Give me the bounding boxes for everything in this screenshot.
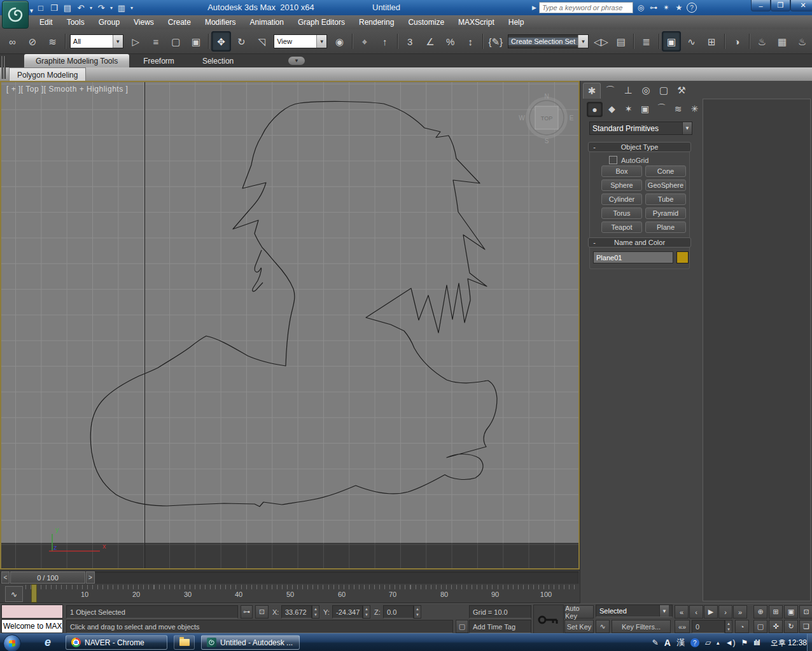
auto-key-button[interactable]: Auto Key (564, 605, 594, 619)
project-folder-button[interactable]: ▥ (116, 2, 127, 13)
ribbon-tab[interactable]: Selection (188, 54, 248, 67)
mirror-icon[interactable]: ◁▷ ▼ (591, 31, 611, 52)
view-cube[interactable]: TOP N E S W (517, 90, 578, 148)
previous-frame-button[interactable]: ‹ (689, 605, 703, 619)
help-tray-icon[interactable]: ? (690, 638, 699, 647)
x-spinner[interactable]: ▲▼ (312, 605, 319, 619)
x-coordinate-field[interactable]: 33.672 (281, 605, 312, 619)
current-frame-marker[interactable] (31, 584, 37, 603)
network-signal-icon[interactable]: ılıl (753, 638, 759, 647)
use-pivot-point-icon[interactable]: ◉ ▼ (330, 31, 349, 52)
application-button[interactable] (2, 1, 29, 29)
spline-drawing[interactable] (1, 82, 578, 568)
menu-item[interactable]: MAXScript (452, 17, 501, 28)
search-binoculars-icon[interactable]: ◎ (636, 3, 646, 12)
selection-set-dropdown[interactable]: Selected ▼ (596, 605, 673, 617)
next-frame-arrow[interactable]: > (86, 571, 95, 584)
menu-item[interactable]: Rendering (353, 17, 400, 28)
dropdown-arrow-icon[interactable]: ▼ (316, 35, 326, 48)
ribbon-grip[interactable] (4, 56, 6, 79)
menu-item[interactable]: Create (162, 17, 197, 28)
default-in-out-tangents-button[interactable]: ∿ (596, 620, 610, 633)
toolbar-separator[interactable]: ▼ (722, 32, 727, 51)
go-to-start-button[interactable]: « (675, 605, 689, 619)
toolbar-separator[interactable]: ▼ (350, 32, 354, 51)
select-and-move-icon[interactable]: ✥ ▼ (211, 31, 231, 52)
selection-lock-toggle[interactable]: ⊶ (241, 605, 253, 619)
modify-tab[interactable]: ⌒ (602, 83, 619, 98)
menu-item[interactable]: Edit (33, 17, 59, 28)
polygon-modeling-panel-tab[interactable]: Polygon Modeling (9, 67, 86, 81)
ribbon-tab[interactable]: Graphite Modeling Tools (24, 54, 129, 67)
material-editor-icon[interactable]: ◑ ▼ (727, 31, 747, 52)
go-to-end-button[interactable]: » (733, 605, 747, 619)
maximize-viewport-button[interactable]: ❏ (799, 620, 812, 633)
zoom-button[interactable]: ⊕ (753, 605, 767, 619)
menu-item[interactable]: Animation (244, 17, 290, 28)
display-tab[interactable]: ▢ (655, 83, 672, 98)
edit-named-selection-sets-icon[interactable]: {✎} ▼ (486, 31, 505, 52)
ime-english-icon[interactable]: A (664, 638, 671, 648)
z-coordinate-field[interactable]: 0.0 (383, 605, 414, 619)
show-hidden-icons-arrow[interactable]: ▴ (717, 640, 720, 646)
toolbar-separator[interactable]: ▼ (481, 32, 486, 51)
menu-item[interactable]: Modifiers (199, 17, 242, 28)
ime-hanja-icon[interactable]: 漢 (676, 637, 685, 648)
previous-frame-arrow[interactable]: < (1, 571, 10, 584)
name-color-rollout-header[interactable]: - Name and Color (588, 237, 691, 248)
frame-spinner[interactable]: ▲▼ (725, 620, 732, 633)
dropdown-arrow-icon[interactable]: ▼ (682, 122, 692, 134)
toolbar-separator[interactable]: ▼ (63, 32, 67, 51)
menu-item[interactable]: Tools (60, 17, 91, 28)
menu-item[interactable]: Help (502, 17, 531, 28)
create-tab[interactable]: ✱ (583, 83, 601, 99)
redo-button[interactable]: ↷ (95, 2, 107, 13)
subscription-key-icon[interactable]: ⊶ (648, 3, 659, 12)
key-filters-button[interactable]: Key Filters... (612, 620, 671, 633)
object-name-field[interactable]: Plane01 (593, 251, 673, 263)
add-time-tag[interactable]: Add Time Tag (469, 620, 531, 633)
time-slider-handle[interactable]: 0 / 100 (10, 571, 85, 584)
undo-dropdown-arrow[interactable]: ▾ (88, 2, 94, 13)
rectangular-selection-region-icon[interactable]: ▢ ▼ (166, 31, 186, 52)
primitive-button[interactable]: GeoSphere (645, 179, 686, 191)
unlink-selection-icon[interactable]: ⊘ ▼ (23, 31, 43, 52)
zoom-extents-all-button[interactable]: ⊡ (799, 605, 812, 619)
time-configuration-button[interactable]: ◔ (735, 620, 749, 633)
autogrid-checkbox[interactable] (609, 156, 617, 164)
primitive-button[interactable]: Sphere (601, 179, 642, 191)
lights-category[interactable]: ✶ (621, 102, 636, 116)
maximize-button[interactable]: ❒ (771, 0, 790, 11)
close-button[interactable]: ✕ (790, 0, 812, 11)
window-crossing-icon[interactable]: ▣ ▼ (186, 31, 206, 52)
infocenter-expand-icon[interactable]: ▶ (532, 4, 536, 11)
space-warps-category[interactable]: ≋ (671, 102, 685, 116)
primitive-button[interactable]: Cylinder (601, 193, 642, 205)
isolate-selection-button[interactable]: ▢ (456, 620, 468, 633)
viewport-top[interactable]: [ + ][ Top ][ Smooth + Highlights ] TOP … (0, 81, 580, 570)
object-type-rollout-header[interactable]: - Object Type (588, 142, 691, 152)
undo-button[interactable]: ↶ (75, 2, 87, 13)
redo-dropdown-arrow[interactable]: ▾ (109, 2, 114, 13)
new-file-button[interactable]: □ (35, 2, 46, 13)
graphite-modeling-tools-toggle-icon[interactable]: ▣ ▼ (662, 31, 682, 52)
favorites-star-icon[interactable]: ★ (674, 3, 684, 12)
primitive-button[interactable]: Box (601, 165, 642, 177)
align-icon[interactable]: ▤ ▼ (612, 31, 631, 52)
track-bar[interactable]: 0102030405060708090100 ∿ (0, 584, 580, 603)
application-menu-arrow-icon[interactable]: ▼ (29, 8, 34, 14)
taskbar-explorer-button[interactable] (174, 635, 195, 650)
keyboard-override-toggle-icon[interactable]: ↑ ▼ (375, 31, 395, 52)
dropdown-arrow-icon[interactable]: ▼ (659, 605, 669, 617)
object-color-swatch[interactable] (676, 251, 689, 263)
play-button[interactable]: ▶ (704, 605, 718, 619)
zoom-region-button[interactable]: ▢ (753, 620, 767, 633)
help-icon[interactable]: ? (687, 3, 697, 13)
app-tray-icon[interactable]: ▱ (705, 638, 711, 647)
action-center-flag-icon[interactable]: ⚑ (741, 638, 748, 647)
selection-filter-dropdown[interactable]: All ▼ (68, 32, 125, 51)
macro-recorder-pane[interactable] (1, 605, 63, 619)
percent-snap-toggle-icon[interactable]: % ▼ (440, 31, 460, 52)
menu-item[interactable]: Graph Editors (291, 17, 351, 28)
select-and-manipulate-icon[interactable]: ⌖ ▼ (355, 31, 375, 52)
